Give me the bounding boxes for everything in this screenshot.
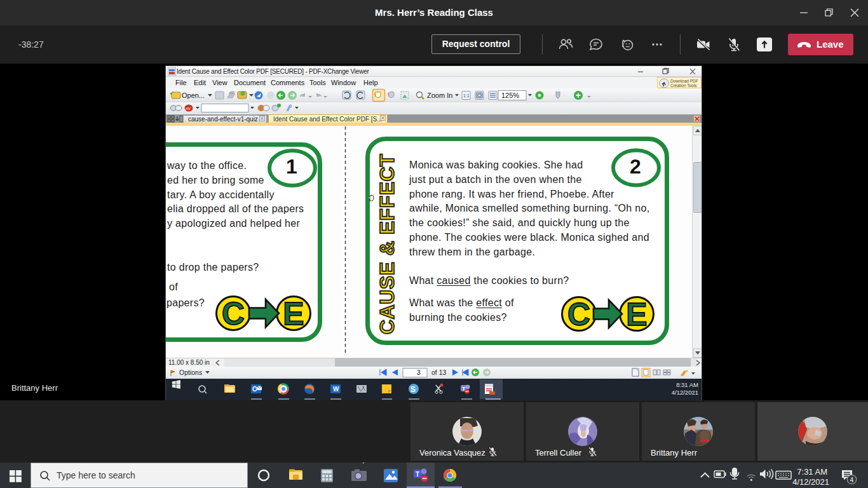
svg-text:4/12/2021: 4/12/2021 [672, 389, 698, 396]
svg-text:W: W [333, 386, 339, 393]
svg-text:Open...: Open... [182, 92, 205, 99]
svg-text:Zoom In: Zoom In [427, 92, 452, 99]
svg-text:E: E [626, 297, 647, 332]
svg-text:T: T [416, 471, 419, 478]
svg-text:S: S [410, 385, 416, 394]
svg-text:4/12/2021: 4/12/2021 [792, 477, 829, 487]
svg-text:E: E [283, 296, 304, 332]
svg-text:O: O [252, 386, 257, 393]
svg-text:8:31 AM: 8:31 AM [676, 381, 698, 388]
svg-text:7:31 AM: 7:31 AM [797, 467, 827, 477]
svg-text:AV: AV [185, 107, 191, 111]
svg-text:4: 4 [850, 476, 854, 484]
svg-text:125%: 125% [501, 92, 519, 99]
svg-text:C: C [222, 296, 245, 332]
svg-text:C: C [567, 297, 590, 332]
svg-text:1:1: 1:1 [463, 93, 470, 98]
